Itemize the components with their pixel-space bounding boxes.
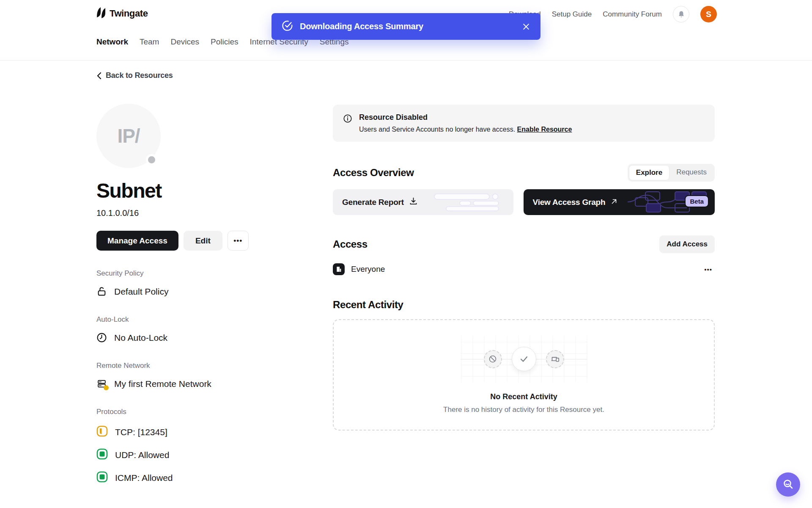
view-access-graph-button[interactable]: View Access Graph Beta: [524, 189, 715, 215]
tab-explore[interactable]: Explore: [629, 165, 669, 180]
magnifier-smile-icon: [782, 478, 795, 491]
resource-cidr: 10.1.0.0/16: [96, 208, 295, 218]
protocol-tcp-row: TCP: [12345]: [96, 425, 295, 439]
banner-text: Resource Disabled Users and Service Acco…: [359, 113, 572, 133]
notifications-button[interactable]: [673, 6, 689, 22]
prohibited-icon: [484, 350, 502, 368]
building-icon: [333, 263, 345, 275]
resource-avatar: IP/: [96, 104, 161, 168]
access-overview-actions: Generate Report View Access Graph: [333, 189, 715, 215]
empty-state-message: There is no history of activity for this…: [443, 406, 604, 414]
nav-team[interactable]: Team: [140, 37, 159, 54]
security-policy-name: Default Policy: [114, 287, 168, 297]
nav-policies[interactable]: Policies: [211, 37, 238, 54]
back-to-resources-link[interactable]: Back to Resources: [96, 71, 173, 80]
devices-icon: [546, 350, 564, 368]
nav-internet-security[interactable]: Internet Security: [250, 37, 308, 54]
download-toast: Downloading Access Summary: [272, 13, 540, 40]
banner-title: Resource Disabled: [359, 113, 572, 122]
protocol-udp-value: UDP: Allowed: [115, 450, 169, 460]
manage-access-button[interactable]: Manage Access: [96, 231, 178, 251]
protocols-label: Protocols: [96, 408, 295, 416]
arrow-up-right-icon: [610, 198, 618, 207]
everyone-row-menu-button[interactable]: •••: [702, 264, 715, 275]
resource-detail-panel: Resource Disabled Users and Service Acco…: [333, 105, 715, 431]
recent-activity-heading: Recent Activity: [333, 299, 715, 311]
tab-requests[interactable]: Requests: [669, 165, 713, 180]
access-overview-heading: Access Overview: [333, 167, 414, 179]
access-heading: Access: [333, 238, 368, 250]
empty-state-title: No Recent Activity: [490, 392, 557, 401]
protocol-restricted-icon: [96, 425, 108, 439]
enable-resource-link[interactable]: Enable Resource: [517, 126, 572, 133]
back-link-label: Back to Resources: [106, 71, 173, 80]
protocol-icmp-value: ICMP: Allowed: [115, 473, 173, 483]
chevron-left-icon: [96, 72, 102, 80]
server-icon: [96, 378, 107, 389]
empty-state-icons: [484, 347, 564, 371]
check-circle-icon: [282, 20, 293, 33]
generate-report-label: Generate Report: [342, 198, 404, 207]
auto-lock-label: Auto-Lock: [96, 315, 295, 324]
resource-avatar-label: IP/: [117, 124, 140, 147]
link-community-forum[interactable]: Community Forum: [603, 10, 662, 19]
download-icon: [409, 197, 418, 207]
check-icon: [512, 347, 536, 371]
main-nav: Network Team Devices Policies Internet S…: [96, 37, 349, 54]
edit-button[interactable]: Edit: [184, 231, 222, 251]
clock-icon: [96, 332, 107, 343]
principal-name: Everyone: [351, 265, 695, 274]
remote-network-label: Remote Network: [96, 362, 295, 370]
resource-summary-panel: IP/ Subnet 10.1.0.0/16 Manage Access Edi…: [96, 104, 295, 485]
beta-badge: Beta: [685, 195, 709, 207]
nav-devices[interactable]: Devices: [170, 37, 199, 54]
protocol-allowed-icon: [96, 471, 108, 485]
toast-close-button[interactable]: [522, 22, 530, 31]
auto-lock-setting: No Auto-Lock: [114, 333, 167, 343]
lock-icon: [96, 286, 107, 297]
resource-disabled-banner: Resource Disabled Users and Service Acco…: [333, 105, 715, 142]
protocol-tcp-value: TCP: [12345]: [115, 427, 167, 437]
empty-state-illustration: [461, 336, 587, 382]
more-actions-button[interactable]: •••: [228, 231, 249, 251]
report-skeleton-decoration: [433, 193, 508, 212]
banner-message-text: Users and Service Accounts no longer hav…: [359, 126, 515, 133]
nav-network[interactable]: Network: [96, 37, 128, 54]
view-access-graph-label: View Access Graph: [533, 198, 606, 207]
security-policy-label: Security Policy: [96, 269, 295, 278]
add-access-button[interactable]: Add Access: [659, 235, 715, 253]
protocol-icmp-row: ICMP: Allowed: [96, 471, 295, 485]
resource-actions: Manage Access Edit •••: [96, 231, 295, 251]
access-header: Access Add Access: [333, 235, 715, 253]
remote-network-name: My first Remote Network: [114, 379, 211, 389]
recent-activity-empty-state: No Recent Activity There is no history o…: [333, 319, 715, 431]
banner-message: Users and Service Accounts no longer hav…: [359, 126, 572, 133]
nav-settings[interactable]: Settings: [320, 37, 349, 54]
protocol-allowed-icon: [96, 448, 108, 462]
brand-wordmark: Twingate: [110, 8, 148, 19]
resource-status-dot: [146, 154, 157, 166]
auto-lock-value: No Auto-Lock: [96, 332, 295, 343]
security-policy-value[interactable]: Default Policy: [96, 286, 295, 297]
twingate-admin-console: Twingate Download Setup Guide Community …: [0, 0, 812, 508]
link-setup-guide[interactable]: Setup Guide: [552, 10, 592, 19]
help-widget-button[interactable]: [776, 472, 800, 497]
close-icon: [522, 22, 530, 31]
user-avatar[interactable]: S: [700, 6, 717, 22]
remote-network-value[interactable]: My first Remote Network: [96, 378, 295, 389]
bell-icon: [678, 11, 685, 18]
resource-title: Subnet: [96, 179, 295, 202]
twingate-logo-icon: [96, 7, 106, 20]
explore-requests-toggle: Explore Requests: [628, 164, 715, 182]
generate-report-button[interactable]: Generate Report: [333, 189, 513, 215]
info-circle-icon: [343, 114, 352, 133]
protocol-udp-row: UDP: Allowed: [96, 448, 295, 462]
remote-network-status-dot: [104, 385, 109, 390]
toast-message: Downloading Access Summary: [300, 22, 515, 31]
access-overview-header: Access Overview Explore Requests: [333, 164, 715, 182]
brand[interactable]: Twingate: [96, 7, 148, 20]
access-row-everyone: Everyone •••: [333, 263, 715, 275]
